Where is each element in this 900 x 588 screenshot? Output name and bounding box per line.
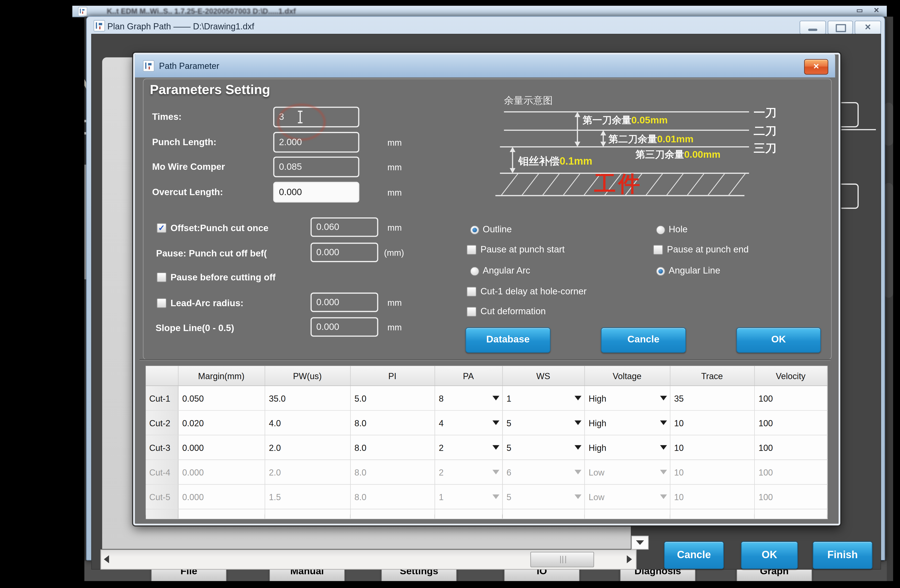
dialog-ok-button[interactable]: OK [737, 328, 821, 353]
cell-cut-1-ws[interactable]: 1 [502, 386, 584, 410]
cell-cut-2-velocity[interactable]: 100 [754, 410, 827, 435]
outline-radio[interactable] [470, 226, 479, 235]
cut-deformation-checkbox[interactable] [467, 307, 476, 317]
offset-input[interactable] [310, 217, 378, 237]
dropdown-arrow-icon[interactable] [492, 470, 499, 474]
footer-finish-button[interactable]: Finish [813, 542, 872, 569]
footer-cancel-button[interactable]: Cancle [664, 542, 724, 569]
cell-cut-5-voltage[interactable]: Low [584, 484, 670, 509]
background-window-titlebar: K..t EDM M..Wi..S.. 1.7.25-E-20200507003… [72, 6, 887, 17]
footer-ok-button[interactable]: OK [741, 542, 798, 569]
horizontal-scrollbar[interactable] [101, 549, 636, 569]
slope-line-input[interactable] [310, 317, 378, 336]
cell-cut-2-pi[interactable]: 8.0 [350, 410, 434, 435]
cell-cut-4-ws[interactable]: 6 [502, 460, 584, 484]
cell-cut-5-trace[interactable]: 10 [670, 484, 754, 509]
overcut-input[interactable] [273, 182, 359, 203]
cell-cut-4-pi[interactable]: 8.0 [350, 460, 434, 484]
pause-at-punch-end-checkbox[interactable] [653, 245, 663, 255]
dropdown-arrow-icon[interactable] [492, 420, 499, 425]
empty-cell [670, 509, 754, 519]
offset-checkbox[interactable]: ✓ [157, 223, 166, 233]
pause-at-punch-start-checkbox[interactable] [467, 245, 476, 255]
cell-cut-4-trace[interactable]: 10 [670, 460, 754, 484]
dropdown-arrow-icon[interactable] [492, 445, 499, 450]
cell-cut-1-pw[interactable]: 35.0 [265, 386, 350, 410]
dropdown-arrow-icon[interactable] [574, 420, 581, 425]
horizontal-scrollbar-thumb[interactable] [530, 552, 594, 567]
dropdown-arrow-icon[interactable] [574, 445, 581, 450]
cell-cut-5-velocity[interactable]: 100 [754, 484, 827, 509]
cell-cut-3-ws[interactable]: 5 [502, 435, 584, 460]
column-header-PA: PA [434, 366, 502, 386]
background-minimize-icon[interactable]: ▭ [857, 6, 863, 14]
cell-cut-2-trace[interactable]: 10 [670, 410, 754, 435]
dropdown-arrow-icon[interactable] [660, 420, 667, 425]
database-button[interactable]: Database [466, 328, 550, 353]
dropdown-arrow-icon[interactable] [660, 494, 667, 499]
angular-line-radio[interactable] [656, 267, 666, 276]
allowance-3: 第三刀余量0.00mm [635, 149, 720, 160]
lead-arc-input[interactable] [310, 292, 378, 312]
section-separator [140, 359, 830, 361]
cell-cut-1-voltage[interactable]: High [584, 386, 670, 410]
cell-cut-3-margin[interactable]: 0.000 [178, 435, 265, 460]
dialog-cancel-button[interactable]: Cancle [601, 328, 686, 353]
cut1-delay-checkbox[interactable] [467, 287, 476, 297]
cell-cut-2-margin[interactable]: 0.020 [178, 410, 265, 435]
cell-cut-3-pi[interactable]: 8.0 [350, 435, 434, 460]
background-close-icon[interactable]: ✕ [874, 6, 879, 14]
pause-punch-input[interactable] [310, 243, 378, 262]
cell-cut-1-trace[interactable]: 35 [670, 386, 754, 410]
dropdown-arrow-icon[interactable] [660, 470, 667, 474]
cell-cut-3-pw[interactable]: 2.0 [265, 435, 350, 460]
cell-cut-5-margin[interactable]: 0.000 [178, 484, 265, 509]
cell-cut-2-voltage[interactable]: High [584, 410, 670, 435]
dropdown-arrow-icon[interactable] [492, 396, 499, 400]
cell-cut-2-ws[interactable]: 5 [502, 410, 584, 435]
cell-cut-5-ws[interactable]: 5 [502, 484, 584, 509]
overcut-label: Overcut Length: [152, 187, 223, 198]
diagram-title: 余量示意图 [504, 95, 553, 106]
dialog-close-button[interactable]: ✕ [804, 59, 829, 74]
punch-length-input[interactable] [273, 132, 359, 153]
cell-cut-4-margin[interactable]: 0.000 [178, 460, 265, 484]
dropdown-arrow-icon[interactable] [660, 445, 667, 450]
cell-cut-4-voltage[interactable]: Low [584, 460, 670, 484]
dropdown-arrow-icon[interactable] [660, 396, 667, 400]
mo-wire-input[interactable] [273, 156, 359, 177]
angular-arc-radio[interactable] [470, 267, 479, 276]
cell-cut-3-pa[interactable]: 2 [434, 435, 502, 460]
cell-cut-3-trace[interactable]: 10 [670, 435, 754, 460]
cell-cut-5-pa[interactable]: 1 [434, 484, 502, 509]
cell-cut-4-pa[interactable]: 2 [434, 460, 502, 484]
cell-cut-3-voltage[interactable]: High [584, 435, 670, 460]
cell-cut-2-pw[interactable]: 4.0 [265, 410, 350, 435]
cell-cut-4-pw[interactable]: 2.0 [265, 460, 350, 484]
cell-cut-1-pa[interactable]: 8 [434, 386, 502, 410]
pause-before-checkbox[interactable] [157, 272, 166, 282]
cell-cut-3-velocity[interactable]: 100 [754, 435, 827, 460]
cut-parameters-table: Margin(mm)PW(us)PIPAWSVoltageTraceVeloci… [145, 365, 828, 515]
cell-cut-5-pi[interactable]: 8.0 [350, 484, 434, 509]
cell-cut-1-velocity[interactable]: 100 [754, 386, 827, 410]
scroll-right-icon[interactable] [627, 556, 632, 563]
pause-punch-unit: (mm) [384, 248, 404, 257]
cell-cut-2-pa[interactable]: 4 [434, 410, 502, 435]
cell-cut-1-pi[interactable]: 5.0 [350, 386, 434, 410]
dropdown-arrow-icon[interactable] [574, 470, 581, 474]
dropdown-arrow-icon[interactable] [492, 494, 499, 499]
dropdown-arrow-icon[interactable] [574, 494, 581, 499]
restore-button[interactable] [828, 21, 853, 34]
hole-radio[interactable] [656, 226, 666, 235]
lead-arc-checkbox[interactable] [157, 299, 166, 308]
minimize-button[interactable] [799, 21, 826, 34]
scroll-left-icon[interactable] [104, 556, 109, 563]
window-icon [94, 20, 105, 31]
cell-cut-1-margin[interactable]: 0.050 [178, 386, 265, 410]
cell-cut-4-velocity[interactable]: 100 [754, 460, 827, 484]
dropdown-arrow-icon[interactable] [574, 396, 581, 400]
scroll-down-button[interactable] [631, 536, 649, 549]
cell-cut-5-pw[interactable]: 1.5 [265, 484, 350, 509]
close-button[interactable]: ✕ [855, 21, 881, 34]
